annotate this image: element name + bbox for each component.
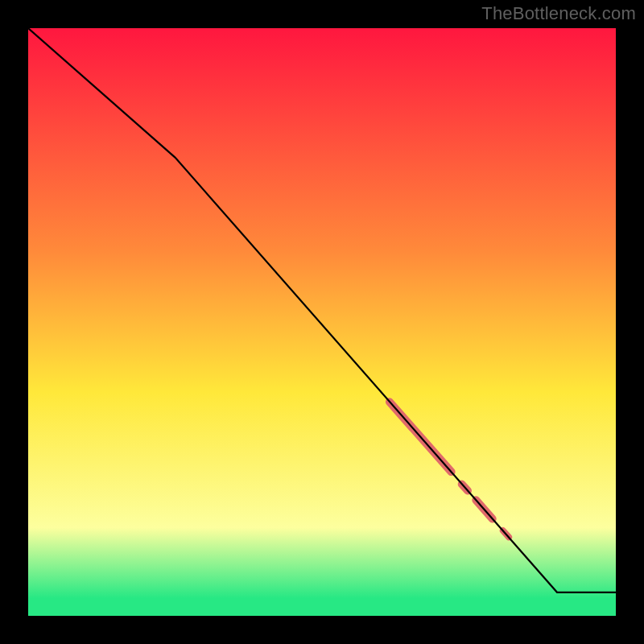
attribution-text: TheBottleneck.com xyxy=(481,3,636,24)
bottleneck-chart xyxy=(28,28,616,616)
gradient-background xyxy=(28,28,616,616)
